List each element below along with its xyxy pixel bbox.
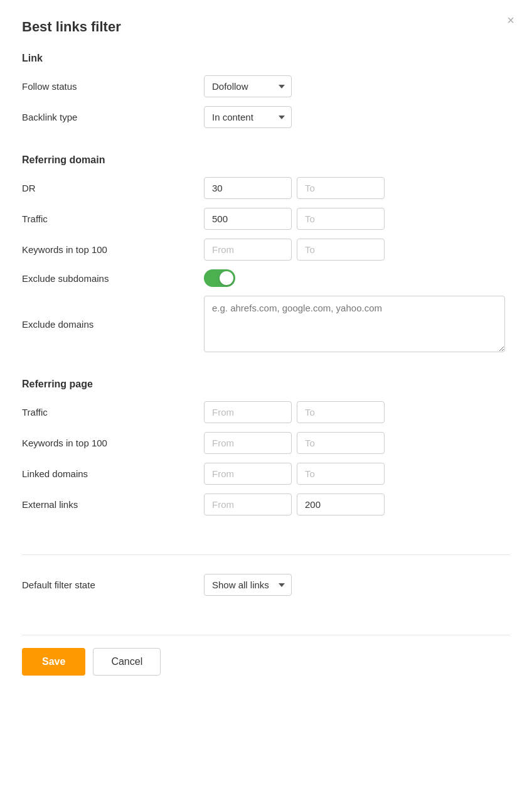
rp-external-links-from-input[interactable] [204, 493, 292, 515]
referring-domain-section: Referring domain DR Traffic Keywords in … [22, 154, 510, 361]
rd-dr-to-input[interactable] [297, 177, 385, 199]
rp-external-links-to-input[interactable] [297, 493, 385, 515]
rp-external-links-label: External links [22, 499, 204, 510]
toggle-subdomains-label[interactable] [204, 269, 235, 287]
referring-page-section: Referring page Traffic Keywords in top 1… [22, 379, 510, 524]
cancel-button[interactable]: Cancel [93, 648, 161, 676]
follow-status-select[interactable]: Dofollow Nofollow All [204, 75, 292, 97]
rd-traffic-row: Traffic [22, 208, 510, 230]
rp-traffic-row: Traffic [22, 401, 510, 423]
rd-keywords-from-input[interactable] [204, 239, 292, 261]
rd-traffic-label: Traffic [22, 213, 204, 224]
exclude-domains-textarea[interactable] [204, 296, 505, 352]
exclude-domains-row: Exclude domains [22, 296, 510, 352]
modal-container: × Best links filter Link Follow status D… [0, 0, 532, 798]
referring-domain-title: Referring domain [22, 154, 510, 166]
section-divider [22, 554, 510, 555]
rp-keywords-row: Keywords in top 100 [22, 432, 510, 454]
link-section: Link Follow status Dofollow Nofollow All… [22, 53, 510, 137]
rp-traffic-label: Traffic [22, 407, 204, 418]
footer-buttons: Save Cancel [22, 635, 510, 676]
follow-status-label: Follow status [22, 81, 204, 92]
close-button[interactable]: × [507, 14, 514, 26]
rp-traffic-from-input[interactable] [204, 401, 292, 423]
rp-linked-domains-to-input[interactable] [297, 463, 385, 485]
rp-traffic-to-input[interactable] [297, 401, 385, 423]
default-filter-section: Default filter state Show all links Appl… [22, 574, 510, 617]
rd-traffic-from-input[interactable] [204, 208, 292, 230]
rd-dr-from-input[interactable] [204, 177, 292, 199]
default-filter-label: Default filter state [22, 580, 204, 590]
rp-external-links-row: External links [22, 493, 510, 515]
backlink-type-label: Backlink type [22, 112, 204, 122]
rp-linked-domains-label: Linked domains [22, 468, 204, 479]
rd-dr-label: DR [22, 183, 204, 193]
rp-keywords-from-input[interactable] [204, 432, 292, 454]
rp-linked-domains-row: Linked domains [22, 463, 510, 485]
rp-keywords-label: Keywords in top 100 [22, 438, 204, 448]
rd-keywords-label: Keywords in top 100 [22, 244, 204, 255]
rd-keywords-to-input[interactable] [297, 239, 385, 261]
exclude-subdomains-row: Exclude subdomains [22, 269, 510, 287]
default-filter-row: Default filter state Show all links Appl… [22, 574, 510, 596]
default-filter-select[interactable]: Show all links Apply filter [204, 574, 292, 596]
exclude-domains-label: Exclude domains [22, 319, 204, 330]
rd-keywords-row: Keywords in top 100 [22, 239, 510, 261]
link-section-title: Link [22, 53, 510, 64]
rd-dr-row: DR [22, 177, 510, 199]
follow-status-row: Follow status Dofollow Nofollow All [22, 75, 510, 97]
save-button[interactable]: Save [22, 648, 85, 676]
backlink-type-row: Backlink type In content Sitewide All [22, 106, 510, 128]
backlink-type-select[interactable]: In content Sitewide All [204, 106, 292, 128]
referring-page-title: Referring page [22, 379, 510, 390]
exclude-subdomains-toggle[interactable] [204, 269, 235, 287]
rd-traffic-to-input[interactable] [297, 208, 385, 230]
rp-keywords-to-input[interactable] [297, 432, 385, 454]
exclude-subdomains-label: Exclude subdomains [22, 273, 204, 284]
modal-title: Best links filter [22, 19, 510, 35]
rp-linked-domains-from-input[interactable] [204, 463, 292, 485]
